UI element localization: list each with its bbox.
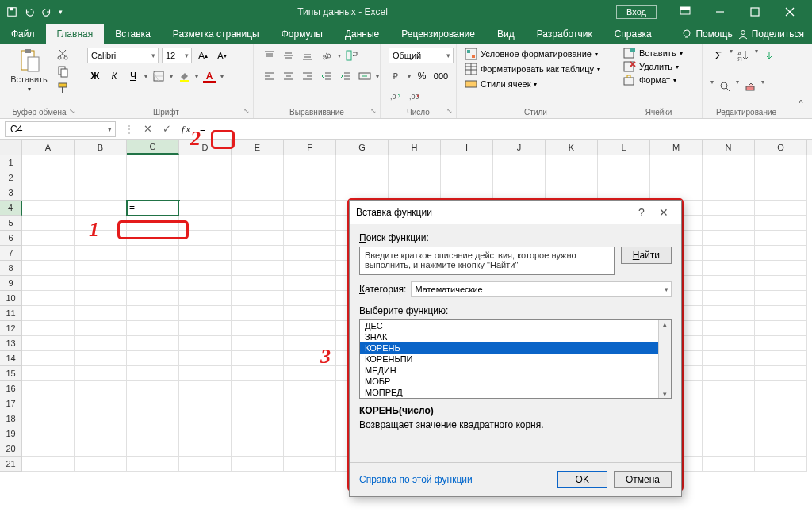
- cell[interactable]: [127, 291, 179, 306]
- function-search-input[interactable]: Введите краткое описание действия, котор…: [359, 247, 615, 275]
- cell[interactable]: [232, 381, 284, 396]
- cell[interactable]: [546, 170, 598, 185]
- cell[interactable]: [22, 246, 75, 261]
- cell[interactable]: [755, 381, 807, 396]
- cancel-button[interactable]: Отмена: [614, 471, 672, 488]
- minimize-icon[interactable]: [704, 0, 736, 24]
- cell[interactable]: [179, 366, 232, 381]
- tab-view[interactable]: Вид: [486, 24, 526, 44]
- cell[interactable]: [22, 155, 75, 170]
- cell[interactable]: [284, 441, 336, 457]
- cell[interactable]: [755, 231, 807, 246]
- cell[interactable]: [127, 351, 179, 366]
- function-list[interactable]: ДЕСЗНАККОРЕНЬКОРЕНЬПИМЕДИНМОБРМОПРЕД: [359, 319, 672, 399]
- cell[interactable]: [232, 261, 284, 276]
- row-header[interactable]: 7: [0, 246, 22, 261]
- cell[interactable]: [179, 185, 232, 201]
- cell[interactable]: [179, 457, 232, 472]
- decrease-indent-icon[interactable]: [319, 68, 335, 84]
- cell[interactable]: [284, 426, 336, 441]
- cell[interactable]: [703, 457, 755, 472]
- cell[interactable]: [703, 201, 755, 216]
- function-help-link[interactable]: Справка по этой функции: [359, 474, 557, 485]
- cell[interactable]: [22, 336, 75, 351]
- cell[interactable]: [179, 426, 232, 441]
- bold-button[interactable]: Ж: [87, 68, 103, 84]
- row-header[interactable]: 19: [0, 426, 22, 441]
- cell[interactable]: [179, 351, 232, 366]
- cell[interactable]: [598, 185, 650, 201]
- cell[interactable]: [75, 261, 127, 276]
- col-header[interactable]: B: [75, 140, 127, 155]
- font-color-icon[interactable]: A: [201, 68, 217, 84]
- sort-filter-icon[interactable]: AЯ: [736, 48, 752, 63]
- cell[interactable]: [755, 426, 807, 441]
- cell[interactable]: [284, 201, 336, 216]
- increase-decimal-icon[interactable]: ,0: [389, 89, 404, 105]
- category-select[interactable]: Математические: [411, 281, 672, 297]
- cell[interactable]: [284, 261, 336, 276]
- cell[interactable]: [284, 185, 336, 201]
- cell[interactable]: [284, 321, 336, 336]
- fill-color-icon[interactable]: [176, 68, 192, 84]
- align-center-icon[interactable]: [281, 68, 297, 84]
- cell[interactable]: [284, 276, 336, 291]
- cell[interactable]: [650, 170, 703, 185]
- cell[interactable]: [22, 170, 75, 185]
- clipboard-launcher-icon[interactable]: ⤡: [69, 107, 75, 115]
- find-button[interactable]: Найти: [621, 247, 672, 264]
- currency-icon[interactable]: ₽: [389, 68, 404, 84]
- cell[interactable]: [336, 155, 389, 170]
- cell[interactable]: [179, 291, 232, 306]
- col-header[interactable]: A: [22, 140, 75, 155]
- row-header[interactable]: 2: [0, 170, 22, 185]
- cell[interactable]: [284, 216, 336, 231]
- row-header[interactable]: 3: [0, 185, 22, 201]
- cell[interactable]: [22, 306, 75, 321]
- cell[interactable]: [127, 381, 179, 396]
- row-header[interactable]: 13: [0, 336, 22, 351]
- col-header[interactable]: O: [755, 140, 807, 155]
- cell[interactable]: [75, 216, 127, 231]
- delete-cells-button[interactable]: Удалить▾: [623, 61, 679, 72]
- cell[interactable]: [284, 231, 336, 246]
- cell[interactable]: [179, 246, 232, 261]
- cell[interactable]: [127, 276, 179, 291]
- cell[interactable]: [284, 306, 336, 321]
- cell[interactable]: [755, 366, 807, 381]
- cell[interactable]: [75, 246, 127, 261]
- cell[interactable]: [75, 291, 127, 306]
- cell[interactable]: [22, 185, 75, 201]
- row-header[interactable]: 18: [0, 411, 22, 426]
- cell[interactable]: [441, 155, 493, 170]
- function-list-item[interactable]: МЕДИН: [360, 365, 671, 376]
- cell[interactable]: [179, 381, 232, 396]
- cell[interactable]: [755, 276, 807, 291]
- cell[interactable]: [703, 276, 755, 291]
- tab-formulas[interactable]: Формулы: [270, 24, 334, 44]
- cell[interactable]: [22, 351, 75, 366]
- paste-button[interactable]: Вставить ▾: [8, 48, 50, 93]
- cell[interactable]: [232, 231, 284, 246]
- cell[interactable]: [179, 306, 232, 321]
- dialog-help-icon[interactable]: ?: [630, 206, 653, 219]
- row-header[interactable]: 11: [0, 306, 22, 321]
- cell[interactable]: [232, 155, 284, 170]
- cell[interactable]: [75, 457, 127, 472]
- find-icon[interactable]: [717, 78, 733, 94]
- cell[interactable]: [75, 441, 127, 457]
- cell[interactable]: [389, 170, 441, 185]
- row-header[interactable]: 20: [0, 441, 22, 457]
- align-top-icon[interactable]: [262, 48, 278, 63]
- align-bottom-icon[interactable]: [300, 48, 316, 63]
- cell[interactable]: [127, 411, 179, 426]
- cell[interactable]: =: [127, 201, 179, 216]
- function-list-item[interactable]: ЗНАК: [360, 331, 671, 342]
- cell[interactable]: [179, 276, 232, 291]
- col-header[interactable]: K: [546, 140, 598, 155]
- qat-dropdown-icon[interactable]: ▾: [59, 8, 63, 16]
- cell[interactable]: [284, 411, 336, 426]
- cell[interactable]: [703, 366, 755, 381]
- undo-icon[interactable]: [24, 6, 35, 17]
- row-header[interactable]: 9: [0, 276, 22, 291]
